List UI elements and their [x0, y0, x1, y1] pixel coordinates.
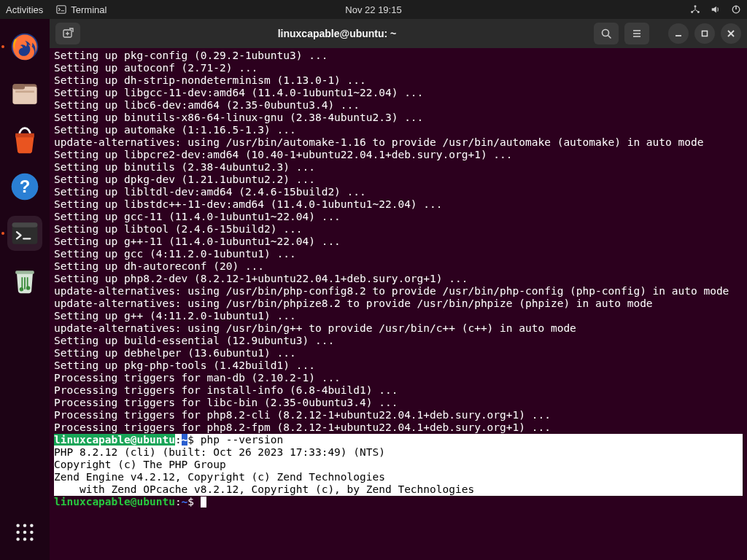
svg-rect-9: [15, 90, 34, 93]
svg-rect-17: [15, 271, 34, 274]
activities-button[interactable]: Activities: [6, 4, 43, 15]
current-app-indicator[interactable]: Terminal: [56, 4, 107, 15]
svg-rect-38: [703, 31, 708, 36]
clock[interactable]: Nov 22 19:15: [345, 4, 401, 15]
window-minimize-button[interactable]: [668, 23, 689, 44]
svg-line-33: [608, 36, 611, 38]
dock-app-firefox[interactable]: [7, 29, 42, 64]
current-app-label: Terminal: [71, 4, 107, 15]
terminal-window: linuxcapable@ubuntu: ~ Setting up pkg-co…: [50, 19, 747, 560]
svg-rect-0: [57, 6, 66, 14]
svg-rect-10: [13, 84, 26, 89]
terminal-cursor: [201, 497, 206, 508]
svg-rect-15: [12, 222, 38, 227]
window-title: linuxcapable@ubuntu: ~: [88, 28, 587, 39]
power-icon[interactable]: [731, 4, 741, 15]
svg-point-28: [30, 537, 34, 541]
svg-point-23: [16, 531, 20, 534]
network-icon[interactable]: [690, 4, 700, 15]
svg-point-25: [30, 531, 34, 534]
gnome-top-panel: Activities Terminal Nov 22 19:15: [0, 0, 747, 19]
new-tab-button[interactable]: [55, 23, 80, 44]
svg-point-21: [23, 524, 27, 527]
window-close-button[interactable]: [721, 23, 741, 44]
volume-icon[interactable]: [711, 4, 721, 15]
svg-point-24: [23, 531, 27, 534]
window-maximize-button[interactable]: [694, 23, 715, 44]
dock-app-files[interactable]: [7, 76, 42, 111]
dock-app-help[interactable]: ?: [7, 169, 42, 204]
dock-app-trash[interactable]: [7, 262, 42, 298]
window-titlebar[interactable]: linuxcapable@ubuntu: ~: [50, 19, 747, 48]
dock: ?: [0, 19, 50, 560]
svg-point-26: [16, 537, 20, 541]
svg-point-18: [20, 287, 23, 292]
svg-point-32: [603, 30, 609, 36]
search-button[interactable]: [594, 23, 619, 44]
dock-app-terminal[interactable]: [7, 216, 42, 251]
dock-app-software[interactable]: [7, 122, 42, 158]
svg-point-27: [23, 537, 27, 541]
terminal-output[interactable]: Setting up pkg-config (0.29.2-1ubuntu3) …: [50, 48, 747, 560]
svg-text:?: ?: [20, 176, 31, 196]
hamburger-menu-button[interactable]: [624, 23, 649, 44]
svg-point-19: [26, 286, 31, 290]
show-applications-button[interactable]: [7, 515, 42, 550]
svg-point-20: [16, 524, 20, 527]
terminal-icon: [56, 4, 66, 15]
svg-rect-11: [15, 133, 34, 138]
svg-point-22: [30, 524, 34, 527]
